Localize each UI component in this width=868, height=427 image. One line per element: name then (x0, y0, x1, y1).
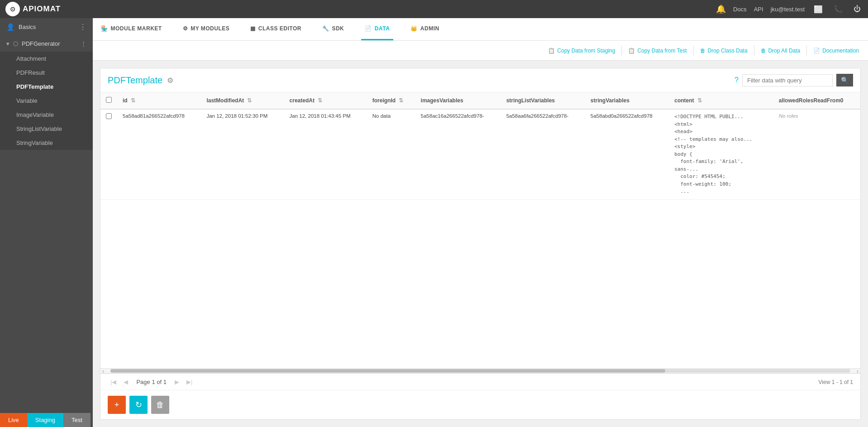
topbar-right: 🔔 Docs API jku@test.test ⬜ 📞 ⏻ (716, 3, 863, 15)
sidebar-sub-item-pdfresult[interactable]: PDFResult (0, 66, 93, 80)
cell-id: 5a58ad81a266522afcd978 (117, 109, 201, 199)
docs-icon: 📄 (813, 48, 820, 54)
sidebar-sub-item-variable[interactable]: Variable (0, 94, 93, 108)
nav-label-module-market: MODULE MARKET (111, 25, 162, 32)
page-label: Page (136, 379, 150, 385)
header-imagesvariables: imagesVariables (415, 92, 501, 109)
sort-icon-lastmodifiedat: ⇅ (247, 97, 252, 104)
header-id: id ⇅ (117, 92, 201, 109)
drop-class-data-btn[interactable]: 🗑 Drop Class Data (696, 45, 752, 57)
settings-gear-icon[interactable]: ⚙ (167, 76, 173, 85)
sidebar-sub-items: Attachment PDFResult PDFTemplate Variabl… (0, 52, 93, 150)
sort-icon-content: ⇅ (697, 97, 702, 104)
page-content: PDFTemplate ⚙ ? 🔍 (93, 61, 868, 427)
phone-icon[interactable]: 📞 (832, 3, 844, 15)
env-tab-staging[interactable]: Staging (27, 413, 63, 427)
delete-button[interactable]: 🗑 (151, 396, 169, 414)
filter-input[interactable] (742, 74, 833, 86)
sidebar-sub-item-stringlistvariable[interactable]: StringListVariable (0, 122, 93, 136)
cell-foreignid: No data (367, 109, 415, 199)
of-label: of (157, 379, 162, 385)
add-button[interactable]: + (108, 396, 126, 414)
more-icon-pdf[interactable]: ⋮ (81, 40, 86, 47)
nav-item-my-modules[interactable]: ⚙ MY MODULES (179, 18, 234, 40)
panel-header: PDFTemplate ⚙ ? 🔍 (100, 68, 860, 92)
drop-class-icon: 🗑 (700, 48, 706, 54)
docs-link[interactable]: Docs (733, 6, 747, 13)
caret-down-icon: ▾ (6, 40, 10, 47)
sidebar-item-basics[interactable]: 👤 Basics ⋮ (0, 18, 93, 36)
header-createdat: createdAt ⇅ (284, 92, 367, 109)
search-button[interactable]: 🔍 (836, 74, 853, 86)
sidebar-sub-item-stringvariable[interactable]: StringVariable (0, 136, 93, 150)
nav-label-my-modules: MY MODULES (191, 25, 229, 32)
sidebar-sub-item-attachment[interactable]: Attachment (0, 52, 93, 66)
power-icon[interactable]: ⏻ (852, 3, 863, 15)
more-icon[interactable]: ⋮ (79, 23, 86, 31)
nav-item-module-market[interactable]: 🏪 MODULE MARKET (97, 18, 166, 40)
divider-1 (621, 45, 622, 56)
drop-all-icon: 🗑 (761, 48, 766, 54)
admin-icon: 👑 (410, 25, 418, 32)
data-icon: 📄 (365, 25, 372, 32)
next-page-btn[interactable]: ▶ (172, 378, 182, 386)
row-select-checkbox[interactable] (106, 113, 112, 119)
scroll-thumb (110, 369, 665, 373)
first-page-btn[interactable]: |◀ (108, 378, 119, 386)
copy-test-label: Copy Data from Test (637, 48, 687, 54)
api-link[interactable]: API (754, 6, 763, 13)
cell-lastmodifiedat: Jan 12, 2018 01:52:30 PM (201, 109, 284, 199)
screen-icon[interactable]: ⬜ (812, 3, 825, 15)
drop-class-label: Drop Class Data (708, 48, 748, 54)
page-num: 1 (152, 379, 155, 385)
sidebar-item-basics-label: Basics (19, 24, 76, 30)
sort-icon-createdat: ⇅ (318, 97, 322, 104)
copy-from-test-btn[interactable]: 📋 Copy Data from Test (624, 45, 691, 57)
nav-item-sdk[interactable]: 🔧 SDK (319, 18, 348, 40)
divider-2 (693, 45, 694, 56)
scroll-right-arrow[interactable]: › (855, 368, 860, 374)
page-info: Page 1 of 1 (136, 379, 167, 385)
cell-createdat: Jan 12, 2018 01:43:45 PM (284, 109, 367, 199)
select-all-checkbox[interactable] (106, 97, 112, 103)
logo-icon: ⊙ (5, 2, 20, 16)
nav-bar: 🏪 MODULE MARKET ⚙ MY MODULES ▦ CLASS EDI… (93, 18, 868, 41)
panel-title: PDFTemplate ⚙ (108, 75, 173, 86)
copy-from-staging-btn[interactable]: 📋 Copy Data from Staging (544, 45, 620, 57)
sidebar-sub-item-imagevariable[interactable]: ImageVariable (0, 108, 93, 122)
env-tabs: Live Staging Test (0, 413, 93, 427)
env-tab-live[interactable]: Live (0, 413, 27, 427)
nav-item-class-editor[interactable]: ▦ CLASS EDITOR (247, 18, 305, 40)
total-pages: 1 (163, 379, 167, 385)
divider-4 (806, 45, 807, 56)
module-icon: ⬡ (13, 40, 18, 47)
pagination-bar: |◀ ◀ Page 1 of 1 ▶ ▶| View 1 - 1 of 1 (100, 374, 860, 390)
nav-item-data[interactable]: 📄 DATA (361, 18, 393, 40)
sidebar-group-pdfgenerator[interactable]: ▾ ⬡ PDFGenerator ⋮ (0, 36, 93, 52)
notification-icon[interactable]: 🔔 (716, 4, 726, 14)
documentation-btn[interactable]: 📄 Documentation (809, 45, 863, 57)
prev-page-btn[interactable]: ◀ (121, 378, 131, 386)
env-tab-test[interactable]: Test (63, 413, 91, 427)
sidebar: 👤 Basics ⋮ ▾ ⬡ PDFGenerator ⋮ Attachment… (0, 18, 93, 427)
nav-label-admin: ADMIN (420, 25, 439, 32)
scroll-left-arrow[interactable]: ‹ (100, 368, 106, 374)
divider-3 (754, 45, 754, 56)
sidebar-sub-item-pdftemplate[interactable]: PDFTemplate (0, 80, 93, 94)
table-scrollbar[interactable]: ‹ › (100, 368, 860, 374)
cell-imagesvariables: 5a58ac16a266522afcd978- (415, 109, 501, 199)
scroll-track (110, 369, 850, 373)
data-panel: PDFTemplate ⚙ ? 🔍 (100, 68, 861, 420)
last-page-btn[interactable]: ▶| (184, 378, 195, 386)
sdk-icon: 🔧 (322, 25, 329, 32)
nav-item-admin[interactable]: 👑 ADMIN (407, 18, 443, 40)
header-foreignid: foreignId ⇅ (367, 92, 415, 109)
search-icon: 🔍 (841, 77, 849, 84)
docs-label: Documentation (822, 48, 859, 54)
help-button[interactable]: ? (734, 76, 739, 84)
refresh-button[interactable]: ↻ (129, 396, 148, 414)
panel-title-text: PDFTemplate (108, 75, 162, 86)
drop-all-data-btn[interactable]: 🗑 Drop All Data (756, 45, 805, 57)
cell-content: <!DOCTYPE HTML PUBLI... <html> <head> <!… (669, 109, 773, 199)
user-icon: 👤 (6, 23, 15, 31)
